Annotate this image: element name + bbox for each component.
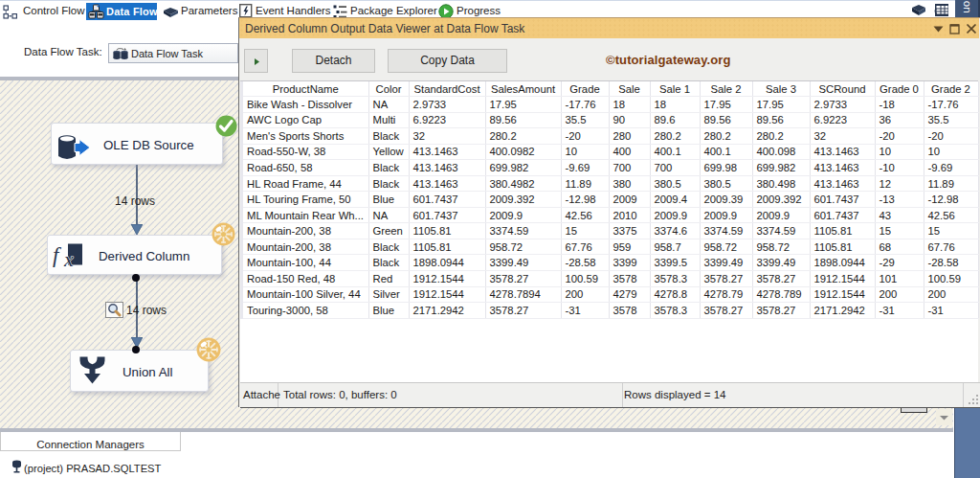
svg-text:x: x (63, 247, 74, 269)
svg-text:f: f (53, 243, 62, 267)
